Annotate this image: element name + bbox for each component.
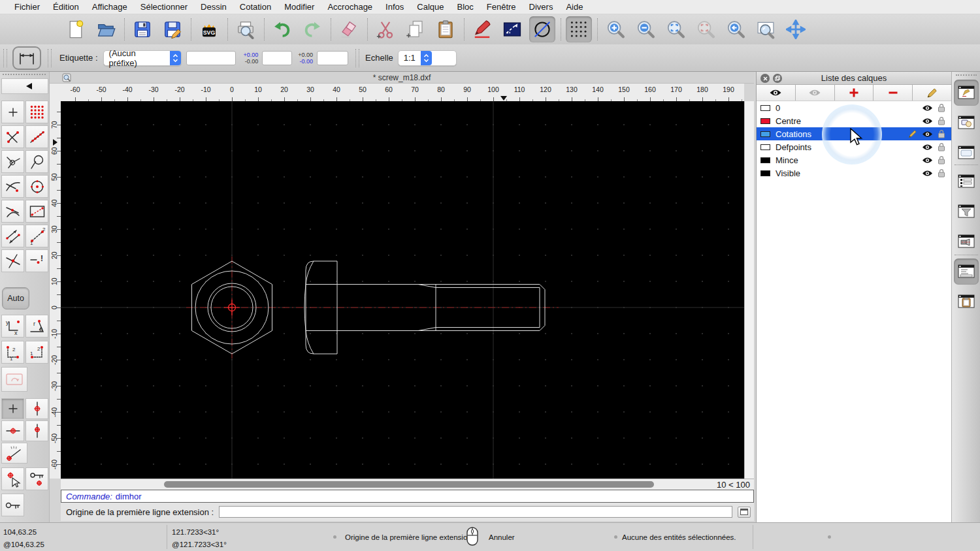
- zoom-out-button[interactable]: [632, 16, 659, 42]
- command-detach-button[interactable]: [738, 507, 751, 518]
- layer-color-swatch[interactable]: [760, 105, 770, 111]
- toggle-library-browser-button[interactable]: [954, 140, 979, 166]
- layer-lock-icon[interactable]: [938, 129, 945, 138]
- paste-button[interactable]: [433, 16, 459, 42]
- set-relative-zero-button[interactable]: [1, 467, 24, 490]
- menu-item-13[interactable]: Aide: [559, 2, 589, 12]
- layer-visibility-icon[interactable]: [922, 104, 933, 112]
- coordinate-polar-button[interactable]: ra: [25, 315, 48, 338]
- undo-button[interactable]: [269, 16, 295, 42]
- open-file-button[interactable]: [93, 16, 119, 42]
- echelle-select[interactable]: 1:1: [398, 50, 457, 66]
- zoom-window-button[interactable]: [753, 16, 779, 42]
- menu-item-4[interactable]: Dessin: [194, 2, 233, 12]
- document-window-icon[interactable]: [62, 73, 71, 82]
- menu-item-10[interactable]: Bloc: [450, 2, 480, 12]
- toolbar-drag-handle[interactable]: [355, 49, 359, 67]
- vertical-scrollbar[interactable]: [744, 101, 754, 479]
- snap-tangent-button[interactable]: [1, 175, 24, 198]
- snap-distance-button[interactable]: 12: [25, 225, 48, 247]
- layer-visibility-icon[interactable]: [922, 118, 933, 125]
- hide-all-layers-button[interactable]: [796, 85, 835, 101]
- snap-center-button[interactable]: [25, 175, 48, 198]
- layer-row-Mince[interactable]: Mince: [757, 153, 951, 166]
- layer-row-0[interactable]: 0: [757, 101, 951, 114]
- toolbar-drag-handle[interactable]: [48, 49, 52, 67]
- snap-nearest-point-button[interactable]: [1, 150, 24, 173]
- export-svg-button[interactable]: SVG: [196, 16, 222, 42]
- show-all-layers-button[interactable]: [757, 85, 796, 101]
- layer-color-swatch[interactable]: [760, 157, 770, 163]
- toggle-clipboard-widget-button[interactable]: [954, 289, 979, 315]
- prefix-select[interactable]: (Aucun préfixe): [103, 50, 182, 66]
- toggle-entity-list-button[interactable]: [954, 168, 979, 195]
- tolerance-lower-field[interactable]: [317, 51, 348, 65]
- layer-color-swatch[interactable]: [760, 170, 770, 176]
- layer-lock-icon[interactable]: [938, 168, 945, 178]
- menu-item-5[interactable]: Cotation: [233, 2, 278, 12]
- zoom-pan-button[interactable]: [783, 16, 809, 42]
- layer-row-Visible[interactable]: Visible: [757, 166, 951, 180]
- save-button[interactable]: [129, 16, 155, 42]
- panel-float-button[interactable]: [773, 74, 782, 83]
- layer-visibility-icon[interactable]: [922, 170, 933, 177]
- layer-lock-icon[interactable]: [938, 103, 945, 112]
- back-button[interactable]: [1, 78, 48, 94]
- toolbar-drag-handle[interactable]: [956, 74, 977, 76]
- layer-color-swatch[interactable]: [760, 131, 770, 137]
- copy-button[interactable]: [402, 16, 429, 42]
- construction-mode-button[interactable]: [529, 16, 555, 42]
- layer-color-swatch[interactable]: [760, 118, 770, 124]
- restrict-angle-button[interactable]: [1, 443, 27, 464]
- menu-item-7[interactable]: Accrochage: [321, 2, 379, 12]
- snap-auto-button[interactable]: Auto: [2, 287, 29, 309]
- edit-layer-button[interactable]: [913, 85, 951, 101]
- print-preview-button[interactable]: [233, 16, 259, 42]
- unlock-relative-zero-button[interactable]: [1, 494, 24, 516]
- menu-item-11[interactable]: Fenêtre: [480, 2, 523, 12]
- snap-intersection-manual-button[interactable]: !: [25, 249, 48, 272]
- layer-lock-icon[interactable]: [938, 116, 945, 125]
- toggle-layer-list-button[interactable]: [954, 80, 979, 106]
- layer-visibility-icon[interactable]: [922, 144, 933, 151]
- menu-item-9[interactable]: Calque: [410, 2, 450, 12]
- restrict-nothing-button[interactable]: [1, 398, 24, 419]
- restrict-orthogonal-button[interactable]: [1, 225, 24, 247]
- delete-button[interactable]: [336, 16, 362, 42]
- restrict-vertical-button[interactable]: [25, 398, 48, 419]
- horizontal-scrollbar-thumb[interactable]: [164, 481, 654, 488]
- lock-relative-zero-button[interactable]: [25, 467, 48, 490]
- snap-grid-button[interactable]: [25, 101, 48, 123]
- save-as-button[interactable]: [159, 16, 186, 42]
- snap-middle-button[interactable]: [1, 200, 24, 223]
- menu-item-3[interactable]: Sélectionner: [134, 2, 194, 12]
- menu-item-12[interactable]: Divers: [523, 2, 560, 12]
- snap-intersection-button[interactable]: [1, 249, 24, 272]
- relative-cartesian-button[interactable]: 12: [1, 341, 24, 364]
- add-layer-button[interactable]: [835, 85, 874, 101]
- dim-label-field[interactable]: [186, 51, 236, 65]
- panel-close-button[interactable]: [760, 74, 770, 83]
- zoom-previous-button[interactable]: [723, 16, 749, 42]
- tolerance-upper-field[interactable]: [262, 51, 292, 65]
- toggle-command-widget-button[interactable]: [954, 259, 979, 285]
- new-document-button[interactable]: [63, 16, 89, 42]
- toggle-pen-palette-button[interactable]: [954, 228, 979, 255]
- redo-button[interactable]: [299, 16, 325, 42]
- menu-item-6[interactable]: Modifier: [278, 2, 321, 12]
- horizontal-scrollbar[interactable]: 10 < 100: [61, 479, 754, 490]
- snap-reference-button[interactable]: [25, 200, 48, 223]
- layer-visibility-icon[interactable]: [922, 131, 933, 138]
- toolbar-drag-handle[interactable]: [3, 74, 46, 75]
- remove-layer-button[interactable]: [874, 85, 913, 101]
- toggle-filter-button[interactable]: [954, 198, 979, 225]
- snap-on-entity-button[interactable]: [25, 125, 48, 148]
- dimension-horizontal-tool-button[interactable]: [12, 46, 41, 70]
- menu-item-1[interactable]: Édition: [46, 2, 86, 12]
- zoom-selected-button[interactable]: [693, 16, 719, 42]
- restrict-horizontal-button[interactable]: [1, 420, 24, 441]
- layer-lock-icon[interactable]: [938, 142, 945, 151]
- menu-item-2[interactable]: Affichage: [86, 2, 134, 12]
- snap-endpoints-button[interactable]: [1, 125, 24, 148]
- cut-button[interactable]: [372, 16, 399, 42]
